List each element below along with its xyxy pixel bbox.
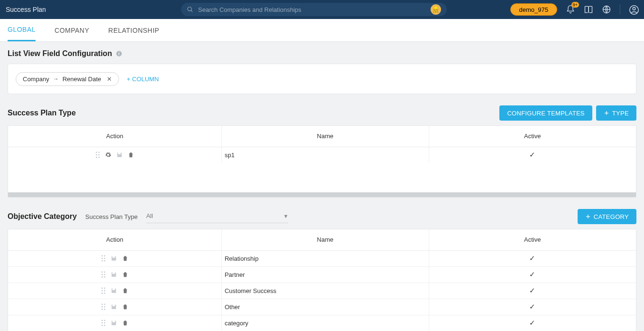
drag-handle-icon[interactable]: [95, 151, 100, 158]
svg-point-24: [104, 276, 105, 278]
svg-point-18: [104, 260, 105, 262]
search-input[interactable]: [198, 6, 426, 13]
svg-point-25: [101, 287, 103, 289]
save-icon: [110, 320, 117, 326]
table-row: Other✓: [8, 299, 636, 315]
action-cell: [8, 250, 221, 266]
drag-handle-icon[interactable]: [101, 287, 106, 294]
sp-type-header: Success Plan Type CONFIGURE TEMPLATES TY…: [8, 105, 636, 121]
drag-handle-icon[interactable]: [101, 271, 106, 278]
sp-type-title: Success Plan Type: [8, 109, 499, 117]
field-config-title: List View Field Configuration i: [8, 49, 636, 58]
col-active: Active: [429, 229, 636, 250]
svg-point-7: [96, 152, 97, 153]
profile-icon[interactable]: [629, 5, 638, 14]
action-cell: [8, 283, 221, 299]
table-row: Partner✓: [8, 266, 636, 283]
plus-icon: [604, 110, 609, 116]
check-icon: ✓: [529, 270, 535, 278]
svg-point-39: [101, 322, 103, 324]
topbar-right: demo_975 9+: [510, 3, 638, 16]
name-cell: Partner: [221, 266, 429, 283]
name-cell: Customer Success: [221, 283, 429, 299]
svg-point-0: [188, 7, 192, 11]
svg-point-31: [101, 303, 103, 305]
tab-relationship[interactable]: RELATIONSHIP: [108, 19, 159, 41]
chevron-down-icon: ▼: [283, 213, 288, 219]
svg-point-33: [101, 306, 103, 308]
svg-point-23: [101, 276, 103, 278]
svg-point-36: [104, 309, 105, 310]
col-name: Name: [221, 229, 429, 250]
divider: [620, 4, 620, 15]
table-row: sp1✓: [8, 147, 636, 163]
info-icon: i: [116, 50, 122, 57]
svg-point-17: [101, 260, 103, 262]
svg-point-20: [104, 271, 105, 273]
svg-text:i: i: [119, 52, 120, 56]
plus-icon: [585, 214, 591, 219]
name-cell: Relationship: [221, 250, 429, 266]
svg-point-37: [101, 320, 103, 322]
tab-bar: GLOBAL COMPANY RELATIONSHIP: [0, 19, 644, 42]
svg-point-8: [98, 152, 100, 153]
bell-icon[interactable]: 9+: [566, 5, 575, 14]
drag-handle-icon[interactable]: [101, 303, 106, 310]
configure-templates-button[interactable]: CONFIGURE TEMPLATES: [499, 105, 592, 121]
chip-field: Renewal Date: [63, 76, 101, 83]
svg-point-14: [104, 255, 105, 256]
gear-icon[interactable]: [105, 151, 111, 158]
tab-company[interactable]: COMPANY: [55, 19, 89, 41]
globe-icon[interactable]: [602, 5, 611, 14]
action-cell: [8, 315, 221, 331]
col-action: Action: [8, 229, 221, 250]
svg-point-12: [98, 157, 100, 158]
add-column-button[interactable]: + COLUMN: [127, 76, 159, 83]
svg-point-11: [96, 157, 97, 158]
active-cell: ✓: [429, 315, 636, 331]
filter-value: All: [146, 212, 153, 219]
page-body: List View Field Configuration i Company …: [0, 42, 644, 331]
trash-icon[interactable]: [122, 303, 129, 310]
svg-point-13: [101, 255, 103, 256]
book-icon[interactable]: [584, 5, 593, 14]
trash-icon[interactable]: [122, 255, 129, 262]
svg-point-41: [101, 325, 103, 326]
svg-point-30: [104, 293, 105, 294]
action-cell: [8, 299, 221, 315]
close-icon[interactable]: ✕: [107, 76, 112, 83]
table-row: Customer Success✓: [8, 283, 636, 299]
svg-point-4: [633, 8, 635, 10]
save-icon: [110, 255, 117, 262]
sp-type-filter[interactable]: All ▼: [146, 210, 288, 223]
horizontal-scrollbar[interactable]: [8, 192, 636, 197]
name-cell: category: [221, 315, 429, 331]
topbar: Success Plan 👷 demo_975 9+: [0, 0, 644, 19]
trash-icon[interactable]: [122, 271, 129, 278]
svg-point-34: [104, 306, 105, 308]
svg-point-29: [101, 293, 103, 294]
drag-handle-icon[interactable]: [101, 255, 106, 262]
search-avatar-icon: 👷: [431, 4, 441, 15]
tab-global[interactable]: GLOBAL: [8, 19, 36, 41]
objective-category-title: Objective Category: [8, 212, 77, 221]
sp-type-table: Action Name Active sp1✓: [8, 125, 636, 198]
trash-icon[interactable]: [122, 320, 129, 326]
trash-icon[interactable]: [122, 287, 129, 294]
drag-handle-icon[interactable]: [101, 320, 106, 326]
demo-badge[interactable]: demo_975: [510, 3, 557, 16]
objective-category-header: Objective Category Success Plan Type All…: [8, 209, 636, 224]
chip-scope: Company: [23, 76, 49, 83]
table-row: category✓: [8, 315, 636, 331]
svg-point-35: [101, 309, 103, 310]
global-search[interactable]: 👷: [181, 3, 447, 16]
add-type-button[interactable]: TYPE: [596, 105, 636, 121]
active-cell: ✓: [429, 299, 636, 315]
active-cell: ✓: [429, 250, 636, 266]
column-chip[interactable]: Company → Renewal Date ✕: [16, 72, 119, 86]
name-cell: sp1: [221, 147, 429, 163]
add-category-button[interactable]: CATEGORY: [578, 209, 636, 224]
svg-line-1: [191, 10, 193, 12]
trash-icon[interactable]: [128, 151, 134, 158]
field-config-panel: Company → Renewal Date ✕ + COLUMN: [8, 64, 636, 94]
